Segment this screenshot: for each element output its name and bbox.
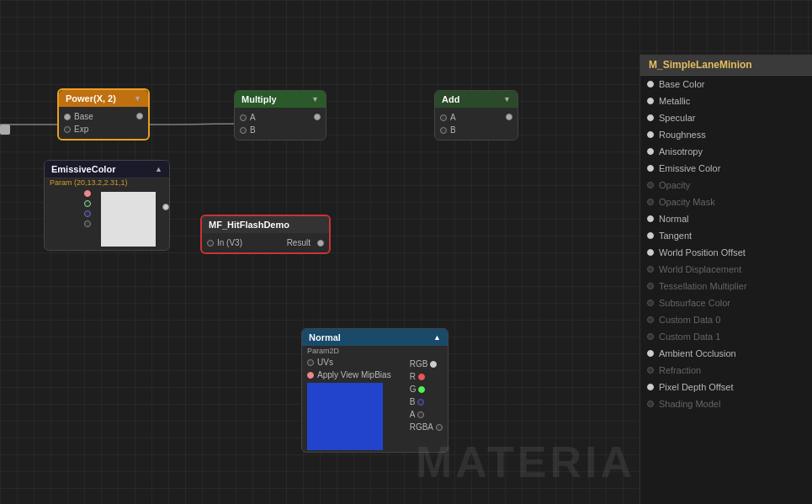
pin-exp <box>64 126 71 133</box>
panel-item-custom-data-0[interactable]: Custom Data 0 <box>640 311 812 328</box>
panel-label-shading-model: Shading Model <box>659 399 720 409</box>
panel-item-emissive-color[interactable]: Emissive Color <box>640 160 812 177</box>
panel-label-refraction: Refraction <box>659 365 701 375</box>
pin-row-r: R <box>410 370 446 383</box>
panel-items-list: Base Color Metallic Specular Roughness A… <box>640 76 812 412</box>
right-panel: M_SimpleLaneMinion Base Color Metallic S… <box>640 55 812 504</box>
panel-item-shading-model[interactable]: Shading Model <box>640 395 812 412</box>
pin-normal <box>647 215 654 222</box>
pin-a-out <box>417 411 424 418</box>
pin-subsurface <box>647 300 654 306</box>
node-power-title: Power(X, 2) <box>66 93 116 103</box>
pin-opacity <box>647 182 654 188</box>
panel-label-custom-data-1: Custom Data 1 <box>659 332 720 342</box>
normal-preview <box>302 383 408 450</box>
pin-a <box>240 114 247 121</box>
pin-emissive-out1 <box>84 190 91 197</box>
panel-label-emissive-color: Emissive Color <box>659 163 720 173</box>
pin-label-mipbias: Apply View MipBias <box>317 370 391 379</box>
chevron-down-icon: ▼ <box>503 95 511 103</box>
panel-item-ambient-occlusion[interactable]: Ambient Occlusion <box>640 345 812 362</box>
pin-tangent <box>647 232 654 239</box>
node-mf-header: MF_HitFlashDemo <box>202 216 329 233</box>
node-power[interactable]: Power(X, 2) ▼ Base Exp <box>57 88 150 141</box>
panel-item-world-position-offset[interactable]: World Position Offset <box>640 244 812 261</box>
node-mf-hitflashdemo[interactable]: MF_HitFlashDemo In (V3) Result <box>200 215 331 254</box>
panel-label-world-position-offset: World Position Offset <box>659 247 746 257</box>
pin-row-a: A <box>410 408 446 421</box>
panel-label-world-displacement: World Displacement <box>659 264 741 274</box>
pin-out-power <box>136 113 143 119</box>
panel-item-specular[interactable]: Specular <box>640 109 812 126</box>
panel-item-normal[interactable]: Normal <box>640 210 812 227</box>
pin-row-add-a: A <box>435 111 517 124</box>
panel-label-opacity-mask: Opacity Mask <box>659 197 715 207</box>
pin-emissive-main-out <box>162 204 169 210</box>
pin-g-out <box>418 386 425 393</box>
panel-item-refraction[interactable]: Refraction <box>640 362 812 379</box>
pin-label-add-b: B <box>450 125 456 135</box>
panel-label-opacity: Opacity <box>659 180 690 190</box>
pin-emissive-out2 <box>84 200 91 207</box>
pin-add-a <box>440 114 447 121</box>
pin-row-a: A <box>235 111 326 124</box>
emissive-out-pin <box>159 188 169 210</box>
panel-item-metallic[interactable]: Metallic <box>640 93 812 109</box>
expand-icon: ▲ <box>155 165 162 173</box>
pin-label-b: B <box>250 125 256 135</box>
pin-emissive-out3 <box>84 210 91 217</box>
node-emissive-header: EmissiveColor ▲ <box>45 161 169 178</box>
panel-item-anisotropy[interactable]: Anisotropy <box>640 143 812 160</box>
pin-tessellation <box>647 283 654 289</box>
emissive-pin-row-2 <box>45 199 98 209</box>
pin-label-exp: Exp <box>74 125 88 134</box>
node-normal-title: Normal <box>309 332 341 342</box>
node-power-body: Base Exp <box>59 107 148 139</box>
pin-r-out <box>418 374 425 380</box>
pin-label-rgb: RGB <box>410 359 428 369</box>
node-normal[interactable]: Normal ▲ Param2D UVs Apply View MipBias … <box>301 328 448 453</box>
panel-label-roughness: Roughness <box>659 130 706 140</box>
pin-roughness <box>647 131 654 138</box>
pin-emissive-out4 <box>84 220 91 227</box>
panel-item-opacity-mask[interactable]: Opacity Mask <box>640 194 812 210</box>
panel-item-base-color[interactable]: Base Color <box>640 76 812 93</box>
panel-item-world-displacement[interactable]: World Displacement <box>640 261 812 278</box>
panel-label-metallic: Metallic <box>659 96 690 106</box>
emissive-content <box>45 188 169 250</box>
pin-rgb-out <box>430 361 437 368</box>
pin-label-b: B <box>410 397 416 406</box>
node-multiply-header: Multiply ▼ <box>235 91 326 108</box>
node-emissive[interactable]: EmissiveColor ▲ Param (20,13.2,2.31,1) <box>44 160 170 251</box>
pin-add-b <box>440 127 447 134</box>
emissive-pin-row-1 <box>45 188 98 199</box>
pin-label-mf-in: In (V3) <box>217 238 242 247</box>
pin-b-out <box>417 399 424 406</box>
pin-row-b: B <box>235 124 326 136</box>
panel-label-tangent: Tangent <box>659 231 692 241</box>
normal-left-pins: UVs Apply View MipBias <box>302 356 408 452</box>
panel-item-tessellation[interactable]: Tessellation Multiplier <box>640 278 812 294</box>
panel-item-subsurface[interactable]: Subsurface Color <box>640 294 812 311</box>
panel-item-custom-data-1[interactable]: Custom Data 1 <box>640 328 812 345</box>
panel-item-pixel-depth-offset[interactable]: Pixel Depth Offset <box>640 379 812 395</box>
pin-label-r: R <box>410 372 416 381</box>
node-add-header: Add ▼ <box>435 91 517 108</box>
pin-pixel-depth-offset <box>647 384 654 390</box>
pin-b <box>240 127 247 134</box>
panel-item-opacity[interactable]: Opacity <box>640 177 812 194</box>
panel-item-roughness[interactable]: Roughness <box>640 126 812 143</box>
pin-row-exp: Exp <box>59 123 148 135</box>
node-add-title: Add <box>442 94 459 104</box>
panel-label-specular: Specular <box>659 113 695 123</box>
normal-content: UVs Apply View MipBias RGB R G <box>302 356 448 452</box>
pin-label-a: A <box>410 410 416 419</box>
panel-item-tangent[interactable]: Tangent <box>640 227 812 244</box>
normal-preview-swatch <box>307 383 383 450</box>
pin-world-displacement <box>647 266 654 273</box>
node-add[interactable]: Add ▼ A B <box>434 90 518 141</box>
pin-uvs <box>307 359 314 366</box>
node-emissive-title: EmissiveColor <box>51 164 115 174</box>
node-mf-title: MF_HitFlashDemo <box>209 220 289 230</box>
node-multiply[interactable]: Multiply ▼ A B <box>234 90 326 141</box>
